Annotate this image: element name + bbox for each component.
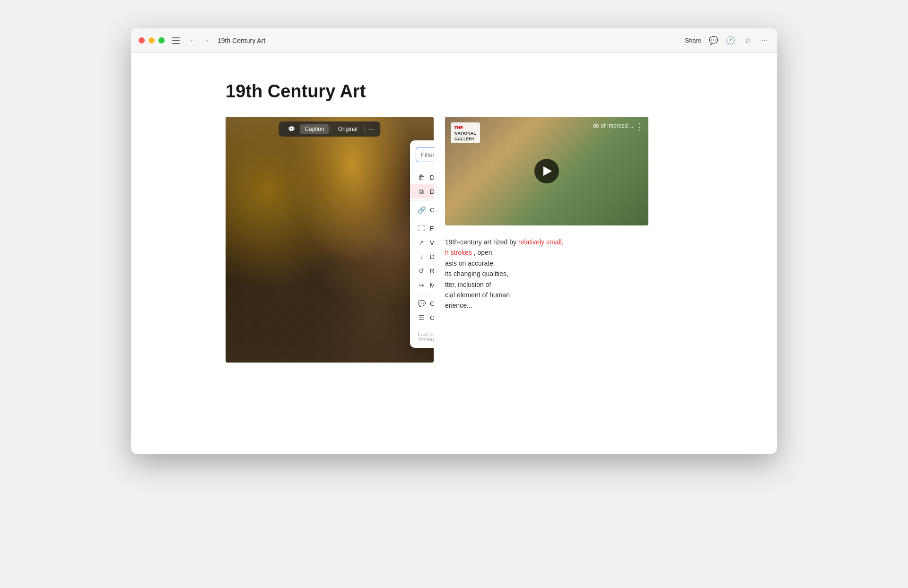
text-part8: cial element of human: [445, 291, 510, 299]
arrow-up-right-icon: ↗: [418, 239, 425, 246]
download-label: Download: [430, 253, 434, 260]
star-icon[interactable]: ☆: [743, 36, 752, 45]
video-block: THE NATIONAL GALLERY de of Impressi... ⋮: [445, 117, 648, 225]
filter-actions-input[interactable]: [416, 147, 434, 162]
video-logo: THE NATIONAL GALLERY: [451, 122, 480, 143]
last-edited-label: Last edited by Fig: [418, 331, 434, 337]
image-block: 💬 Caption Original ··· ➔: [226, 117, 434, 363]
toolbar-more-btn[interactable]: ···: [367, 125, 376, 133]
painting-image: [226, 117, 434, 363]
menu-divider-4: [410, 294, 434, 294]
menu-item-duplicate[interactable]: ⧉ Duplicate ⌘+D: [410, 184, 434, 199]
text-part5: asis on accurate: [445, 259, 493, 267]
menu-item-fullscreen[interactable]: ⛶ Full screen Space: [410, 221, 434, 235]
forward-button[interactable]: →: [201, 35, 212, 46]
caption-toolbar-btn[interactable]: Caption: [300, 124, 329, 134]
app-window: ← → 19th Century Art Share 💬 🕐 ☆ ··· 19t…: [131, 28, 777, 454]
maximize-button[interactable]: [158, 37, 165, 43]
titlebar: ← → 19th Century Art Share 💬 🕐 ☆ ···: [131, 28, 777, 53]
traffic-lights: [139, 37, 165, 43]
menu-item-view-original[interactable]: ↗ View original: [410, 235, 434, 250]
copy-link-label: Copy link: [430, 207, 434, 214]
comment-label: Comment: [430, 300, 434, 307]
last-edited-time: Yesterday at 11:50 AM: [418, 337, 434, 342]
nav-arrows: ← →: [187, 35, 212, 46]
context-menu: 🗑 Delete Del ⧉ Duplicate ⌘+D 🔗 Copy: [410, 140, 434, 348]
move-to-label: Move to: [430, 282, 434, 289]
menu-item-replace[interactable]: ↺ Replace: [410, 264, 434, 278]
comment-icon[interactable]: 💬: [709, 36, 718, 45]
menu-divider-2: [410, 200, 434, 201]
text-part9: erience...: [445, 302, 472, 309]
text-part1: 19th-century art: [445, 238, 491, 246]
text-part7: tter, inclusion of: [445, 281, 491, 288]
text-highlight2: h strokes: [445, 249, 472, 256]
duplicate-icon: ⧉: [418, 188, 425, 195]
toolbar-separator: [331, 126, 332, 132]
body-text: 19th-century art rized by relatively sma…: [445, 237, 648, 311]
delete-label: Delete: [430, 174, 434, 181]
page-content: 19th Century Art 💬 Caption Original ··· …: [131, 53, 777, 454]
menu-divider-3: [410, 219, 434, 219]
caption-icon: ☰: [418, 314, 425, 321]
text-highlight1: relatively small,: [518, 238, 564, 246]
titlebar-actions: Share 💬 🕐 ☆ ···: [685, 36, 769, 45]
image-toolbar: 💬 Caption Original ···: [279, 121, 380, 137]
toolbar-separator-2: [364, 126, 365, 132]
page-title: 19th Century Art: [226, 81, 682, 102]
titlebar-title: 19th Century Art: [218, 37, 685, 44]
link-icon: 🔗: [418, 206, 425, 214]
back-button[interactable]: ←: [187, 35, 199, 46]
fullscreen-label: Full screen: [430, 225, 434, 232]
menu-item-copy-link[interactable]: 🔗 Copy link: [410, 203, 434, 217]
menu-item-delete[interactable]: 🗑 Delete Del: [410, 170, 434, 184]
media-row: 💬 Caption Original ··· ➔: [226, 117, 682, 363]
close-button[interactable]: [139, 37, 145, 43]
view-original-label: View original: [430, 239, 434, 246]
fullscreen-icon: ⛶: [418, 225, 425, 232]
download-icon: ↓: [418, 253, 425, 260]
text-part2: rized by: [493, 238, 518, 246]
menu-footer: Last edited by Fig Yesterday at 11:50 AM: [410, 326, 434, 344]
original-toolbar-btn[interactable]: Original: [333, 124, 362, 134]
right-column: THE NATIONAL GALLERY de of Impressi... ⋮…: [445, 117, 682, 363]
menu-item-download[interactable]: ↓ Download: [410, 250, 434, 264]
menu-item-caption[interactable]: ☰ Caption ⌘+⌥+M: [410, 311, 434, 325]
text-content: 19th-century art rized by relatively sma…: [445, 237, 648, 311]
menu-button[interactable]: [172, 36, 182, 45]
replace-label: Replace: [430, 268, 434, 275]
duplicate-label: Duplicate: [430, 188, 434, 195]
more-icon[interactable]: ···: [760, 36, 769, 45]
minimize-button[interactable]: [148, 37, 155, 43]
comment-icon-menu: 💬: [418, 300, 425, 307]
video-play-button[interactable]: [534, 159, 559, 183]
menu-item-comment[interactable]: 💬 Comment ⌘+Shift+M: [410, 296, 434, 311]
trash-icon: 🗑: [418, 173, 425, 181]
share-button[interactable]: Share: [685, 37, 701, 44]
caption-label: Caption: [430, 314, 434, 321]
play-triangle-icon: [543, 166, 552, 176]
text-part6: its changing qualities,: [445, 270, 508, 277]
menu-item-move-to[interactable]: ↪ Move to ⌘+Shift+P: [410, 278, 434, 292]
history-icon[interactable]: 🕐: [726, 36, 735, 45]
text-part4: , open: [474, 249, 492, 256]
comment-toolbar-icon[interactable]: 💬: [283, 124, 300, 134]
video-title: de of Impressi...: [593, 122, 633, 129]
video-more-icon[interactable]: ⋮: [635, 121, 644, 132]
menu-divider-1: [410, 168, 434, 168]
menu-search-container: [410, 144, 434, 166]
replace-icon: ↺: [418, 267, 425, 275]
move-icon: ↪: [418, 281, 425, 289]
